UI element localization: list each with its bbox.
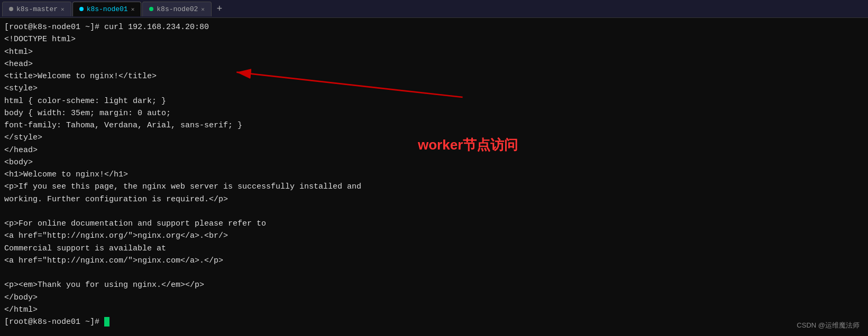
tab-dot-3	[149, 7, 153, 11]
tab-dot-2	[79, 7, 84, 11]
tab-close-2[interactable]: ✕	[131, 6, 135, 13]
tab-close-3[interactable]: ✕	[201, 6, 205, 13]
tab-k8s-master[interactable]: k8s-master ✕	[2, 2, 71, 16]
tab-label-1: k8s-master	[16, 5, 58, 13]
tab-label-2: k8s-node01	[87, 5, 128, 13]
tab-k8s-node01[interactable]: k8s-node01 ✕	[72, 2, 142, 16]
tab-k8s-node02[interactable]: k8s-node02 ✕	[142, 2, 212, 16]
terminal-area: [root@k8s-node01 ~]# curl 192.168.234.20…	[0, 18, 868, 336]
tab-close-1[interactable]: ✕	[61, 6, 65, 13]
watermark: CSDN @运维魔法师	[797, 320, 860, 331]
terminal-cursor	[104, 317, 109, 326]
tab-dot-1	[9, 7, 13, 11]
tab-label-3: k8s-node02	[157, 5, 198, 13]
tab-bar: k8s-master ✕ k8s-node01 ✕ k8s-node02 ✕ +	[0, 0, 868, 18]
terminal-output: [root@k8s-node01 ~]# curl 192.168.234.20…	[4, 21, 864, 328]
add-tab-button[interactable]: +	[213, 2, 226, 16]
